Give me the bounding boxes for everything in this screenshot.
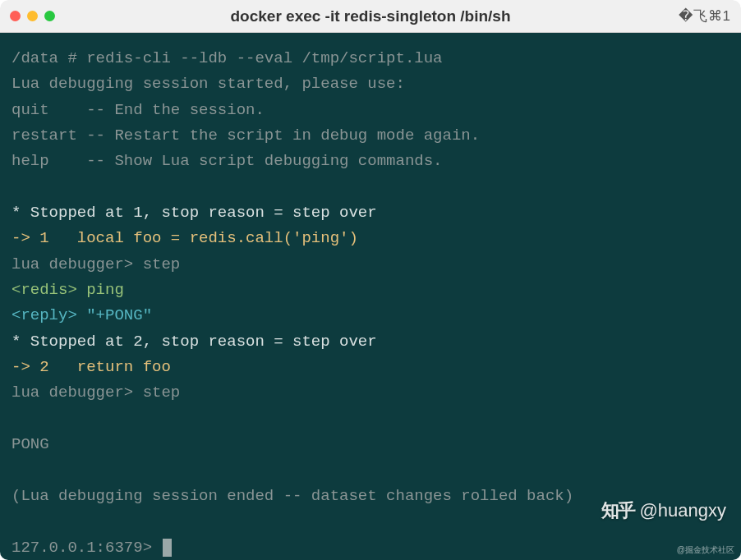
terminal-text: PONG	[12, 435, 49, 453]
terminal-text: Lua debugging session started, please us…	[12, 75, 405, 93]
terminal-line: lua debugger> step	[12, 252, 729, 278]
watermark-secondary: @掘金技术社区	[677, 544, 734, 558]
watermark-handle: @huangxy	[639, 496, 726, 526]
terminal-line: quit -- End the session.	[12, 98, 729, 123]
terminal-text: * Stopped at 1, stop reason = step over	[12, 204, 377, 222]
watermark: 知乎 @huangxy	[601, 496, 726, 526]
terminal-text: restart -- Restart the script in debug m…	[12, 126, 480, 145]
terminal-line: /data # redis-cli --ldb --eval /tmp/scri…	[12, 46, 729, 71]
close-icon[interactable]	[10, 11, 21, 21]
terminal-line	[12, 175, 729, 200]
terminal-text	[12, 410, 21, 428]
terminal-line: help -- Show Lua script debugging comman…	[12, 149, 729, 174]
terminal-line: 127.0.0.1:6379>	[12, 535, 729, 560]
maximize-icon[interactable]	[44, 11, 55, 21]
terminal-line: <reply> "+PONG"	[12, 303, 729, 328]
terminal-text: /data # redis-cli --ldb --eval /tmp/scri…	[12, 49, 443, 67]
terminal-line	[12, 406, 729, 432]
terminal-line: restart -- Restart the script in debug m…	[12, 123, 729, 149]
terminal-text	[12, 178, 21, 196]
terminal-line: * Stopped at 1, stop reason = step over	[12, 200, 729, 226]
terminal-line	[12, 458, 729, 484]
terminal-text	[12, 461, 21, 480]
window-titlebar: docker exec -it redis-singleton /bin/sh …	[0, 0, 741, 33]
terminal-line: -> 1 local foo = redis.call('ping')	[12, 226, 729, 251]
terminal-text: -> 1 local foo = redis.call('ping')	[12, 229, 358, 247]
terminal-body[interactable]: /data # redis-cli --ldb --eval /tmp/scri…	[0, 33, 741, 560]
terminal-text: (Lua debugging session ended -- dataset …	[12, 487, 573, 505]
cursor-icon	[163, 539, 172, 557]
terminal-text: lua debugger> step	[12, 383, 180, 402]
terminal-text: 127.0.0.1:6379>	[12, 539, 161, 557]
terminal-text: <reply> "+PONG"	[12, 306, 152, 324]
terminal-line: <redis> ping	[12, 278, 729, 303]
terminal-text: <redis> ping	[12, 281, 124, 299]
window-title: docker exec -it redis-singleton /bin/sh	[230, 7, 510, 25]
terminal-text: quit -- End the session.	[12, 101, 265, 119]
terminal-line: Lua debugging session started, please us…	[12, 71, 729, 97]
traffic-lights	[10, 11, 55, 21]
terminal-line: lua debugger> step	[12, 380, 729, 406]
zhihu-logo-icon: 知乎	[601, 496, 634, 526]
terminal-text	[12, 512, 21, 530]
window-shortcut: �飞⌘1	[679, 7, 731, 25]
terminal-text: -> 2 return foo	[12, 358, 171, 376]
terminal-line: PONG	[12, 432, 729, 457]
terminal-line: -> 2 return foo	[12, 355, 729, 380]
terminal-text: * Stopped at 2, stop reason = step over	[12, 333, 377, 351]
minimize-icon[interactable]	[27, 11, 38, 21]
terminal-text: help -- Show Lua script debugging comman…	[12, 152, 443, 170]
terminal-text: lua debugger> step	[12, 255, 180, 273]
terminal-line: * Stopped at 2, stop reason = step over	[12, 329, 729, 355]
